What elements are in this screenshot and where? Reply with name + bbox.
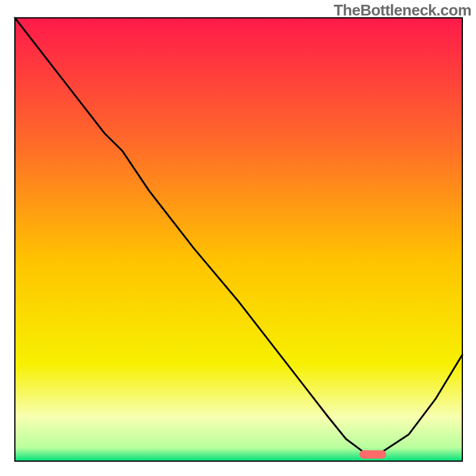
chart-container: TheBottleneck.com bbox=[0, 0, 476, 476]
watermark-label: TheBottleneck.com bbox=[334, 1, 471, 20]
bottleneck-chart bbox=[0, 0, 476, 476]
plot-background bbox=[15, 18, 462, 461]
optimal-marker bbox=[359, 450, 386, 459]
